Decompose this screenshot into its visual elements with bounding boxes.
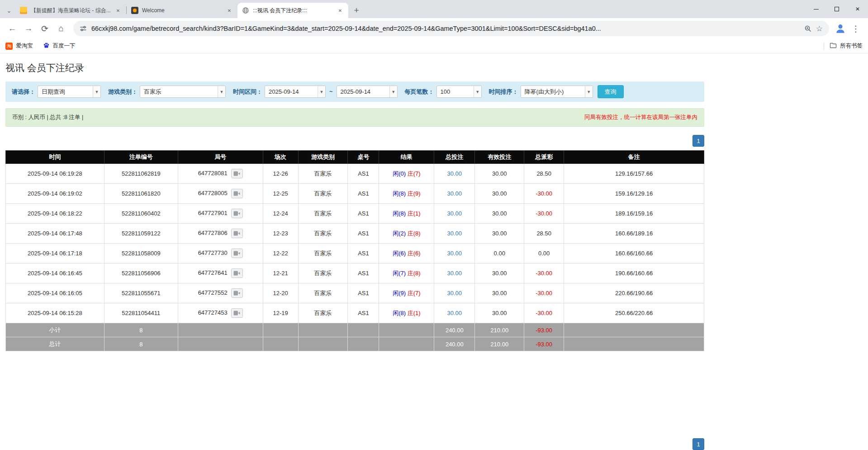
tab-close-icon[interactable]: ✕ — [114, 7, 122, 14]
total-bet-link[interactable]: 30.00 — [447, 290, 462, 297]
search-button[interactable]: 查询 — [598, 85, 624, 98]
cell-time: 2025-09-14 06:18:22 — [6, 204, 104, 224]
new-tab-button[interactable]: + — [350, 4, 363, 17]
bet-row: 2025-09-14 06:17:18522811058009647727730… — [6, 244, 704, 263]
round-video-icon[interactable] — [231, 189, 243, 198]
cell-round-id: 647727552 — [178, 283, 263, 303]
bookmark-label: 百度一下 — [53, 42, 76, 50]
menu-icon[interactable]: ⋮ — [848, 21, 863, 36]
result-player: 闲(8) — [393, 190, 406, 197]
total-bet-link[interactable]: 30.00 — [447, 210, 462, 217]
url-bar[interactable]: 66cxkj98.com/game/betrecord_search/kind3… — [73, 21, 829, 36]
tab-welcome[interactable]: Welcome ✕ — [127, 3, 237, 18]
site-info-icon[interactable] — [80, 25, 87, 32]
home-button[interactable]: ⌂ — [53, 21, 69, 36]
minimize-button[interactable] — [806, 0, 826, 18]
notice-text: 同局有效投注，统一计算在该局第一张注单内 — [584, 114, 697, 121]
maximize-button[interactable] — [826, 0, 847, 18]
page-1-button[interactable]: 1 — [693, 438, 704, 450]
bet-row: 2025-09-14 06:19:28522811062819647728081… — [6, 164, 704, 184]
cell-valid-bet: 30.00 — [475, 184, 524, 204]
bet-row: 2025-09-14 06:19:02522811061820647728005… — [6, 184, 704, 204]
cell-time: 2025-09-14 06:19:02 — [6, 184, 104, 204]
result-banker: 庄(7) — [408, 290, 421, 297]
game-kind-select[interactable]: 百家乐 ▼ — [140, 86, 226, 98]
cell-round-id: 647727730 — [178, 244, 263, 263]
sum-cell: 总计 — [6, 337, 104, 351]
total-bet-link[interactable]: 30.00 — [447, 310, 462, 316]
cell-session: 12-25 — [263, 184, 298, 204]
round-video-icon[interactable] — [231, 308, 243, 318]
cell-table-no: AS1 — [348, 204, 379, 224]
bookmarks-divider — [824, 43, 824, 50]
round-video-icon[interactable] — [231, 169, 243, 178]
bookmark-aitaobao[interactable]: 淘 爱淘宝 — [5, 42, 33, 50]
round-video-icon[interactable] — [231, 209, 243, 218]
tab-title: :::视讯 会员下注纪录::: — [253, 7, 333, 14]
summary-info-bar: 币别 : 人民币 | 总共 :8 注单 | 同局有效投注，统一计算在该局第一张注… — [5, 108, 704, 127]
cell-payout: -30.00 — [524, 204, 564, 224]
total-bet-link[interactable]: 30.00 — [447, 190, 462, 197]
cell-session: 12-21 — [263, 263, 298, 283]
sum-cell — [263, 337, 298, 351]
cell-valid-bet: 30.00 — [475, 283, 524, 303]
sum-cell: 210.00 — [475, 323, 524, 337]
cell-payout: 0.00 — [524, 244, 564, 263]
sort-label: 时间排序： — [489, 88, 518, 96]
sort-select[interactable]: 降幂(由大到小) ▼ — [521, 86, 593, 98]
profile-avatar[interactable] — [834, 22, 847, 35]
cell-valid-bet: 30.00 — [475, 263, 524, 283]
bookmark-baidu[interactable]: 百度一下 — [43, 42, 76, 50]
back-button[interactable]: ← — [5, 21, 20, 36]
round-video-icon[interactable] — [231, 249, 243, 258]
cell-game-type: 百家乐 — [298, 204, 348, 224]
chevron-down-icon: ▼ — [93, 86, 100, 97]
cell-game-type: 百家乐 — [298, 283, 348, 303]
cell-table-no: AS1 — [348, 184, 379, 204]
bookmark-star-icon[interactable]: ☆ — [816, 24, 823, 34]
url-text[interactable]: 66cxkj98.com/game/betrecord_search/kind3… — [91, 25, 800, 32]
bet-row: 2025-09-14 06:16:05522811055671647727552… — [6, 283, 704, 303]
cell-session: 12-19 — [263, 303, 298, 323]
total-bet-link[interactable]: 30.00 — [447, 230, 462, 237]
total-bet-link[interactable]: 30.00 — [447, 170, 462, 177]
forward-button[interactable]: → — [21, 21, 36, 36]
cell-round-id: 647728005 — [178, 184, 263, 204]
chevron-down-icon: ▼ — [318, 86, 325, 97]
total-bet-link[interactable]: 30.00 — [447, 270, 462, 277]
zoom-icon[interactable] — [804, 25, 811, 32]
column-header: 总投注 — [434, 151, 475, 164]
cell-payout: 28.50 — [524, 224, 564, 244]
sum-cell: 240.00 — [434, 323, 475, 337]
tab-haiyan-forum[interactable]: 【新提醒】海燕策略论坛 - 综合... ✕ — [15, 3, 126, 18]
cell-bet-id: 522811055671 — [104, 283, 178, 303]
date-start-select[interactable]: 2025-09-14 ▼ — [265, 86, 326, 98]
page-size-select[interactable]: 100 ▼ — [436, 86, 482, 98]
column-header: 结果 — [379, 151, 434, 164]
total-bet-link[interactable]: 30.00 — [447, 250, 462, 257]
cell-remark: 189.16/159.16 — [564, 204, 704, 224]
tab-close-icon[interactable]: ✕ — [226, 7, 233, 14]
page-1-button[interactable]: 1 — [693, 135, 704, 147]
result-banker: 庄(9) — [408, 190, 421, 197]
round-video-icon[interactable] — [231, 229, 243, 238]
bet-row: 2025-09-14 06:16:45522811056906647727641… — [6, 263, 704, 283]
all-bookmarks-button[interactable]: 所有书签 — [830, 42, 863, 50]
page-size-label: 每页笔数： — [405, 88, 434, 96]
bet-table-body: 2025-09-14 06:19:28522811062819647728081… — [6, 164, 704, 351]
round-video-icon[interactable] — [231, 288, 243, 298]
tab-betrecord-active[interactable]: :::视讯 会员下注纪录::: ✕ — [237, 3, 348, 18]
taobao-icon: 淘 — [5, 43, 13, 50]
page-size-value: 100 — [437, 88, 474, 95]
tab-close-icon[interactable]: ✕ — [337, 7, 344, 14]
filter-bar: 请选择： 日期查询 ▼ 游戏类别： 百家乐 ▼ 时间区间： 2025-09-14… — [5, 81, 704, 102]
date-end-select[interactable]: 2025-09-14 ▼ — [337, 86, 398, 98]
close-button[interactable]: ✕ — [847, 0, 868, 18]
folder-icon — [830, 42, 837, 50]
round-video-icon[interactable] — [231, 268, 243, 278]
tab-search-chevron-icon[interactable]: ⌄ — [3, 3, 15, 18]
reload-button[interactable]: ⟳ — [37, 21, 52, 36]
query-type-select[interactable]: 日期查询 ▼ — [38, 86, 101, 98]
bet-row: 2025-09-14 06:17:48522811059122647727806… — [6, 224, 704, 244]
bookmark-label: 爱淘宝 — [16, 42, 33, 50]
